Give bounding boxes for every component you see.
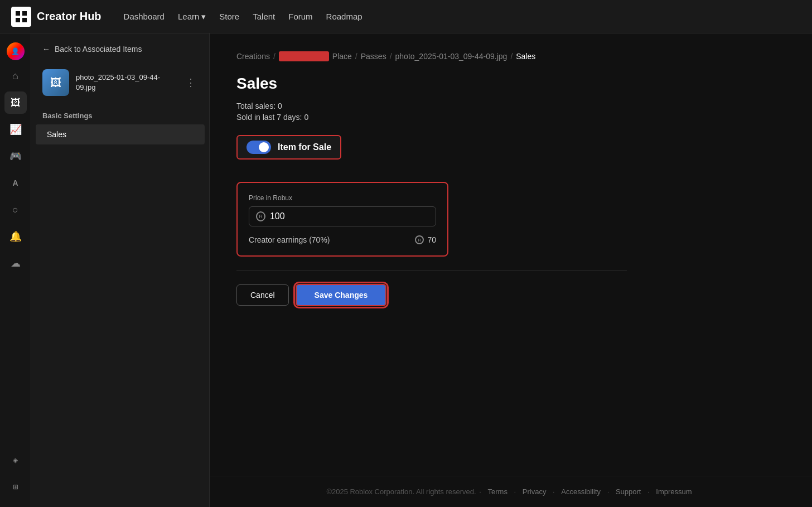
save-button[interactable]: Save Changes <box>296 284 387 306</box>
price-section: Price in Robux R Creator earnings (70%) … <box>236 182 448 257</box>
back-arrow-icon: ← <box>42 45 50 54</box>
price-input-row: R <box>249 206 436 226</box>
footer-dot-1: · <box>479 487 483 496</box>
roblox-logo-icon <box>11 7 31 27</box>
item-name: photo_2025-01-03_09-44-09.jpg <box>76 73 177 93</box>
nav-link-store[interactable]: Store <box>219 12 239 21</box>
toggle-section: Item for Sale <box>236 135 785 171</box>
nav-section-title: Basic Settings <box>31 103 209 124</box>
breadcrumb-creations[interactable]: Creations <box>236 52 270 61</box>
footer-dot-5: · <box>647 487 651 496</box>
nav-item-sales[interactable]: Sales <box>36 124 205 144</box>
footer-link-support[interactable]: Support <box>616 487 641 496</box>
sidebar-icon-home[interactable]: ⌂ <box>4 65 27 87</box>
sidebar-icon-robux[interactable]: ◈ <box>4 449 27 471</box>
price-field-label: Price in Robux <box>249 194 436 202</box>
page-title: Sales <box>236 75 785 93</box>
sidebar-bottom: ◈ ⊞ <box>4 449 27 507</box>
content-area: Creations / Place / Passes / photo_2025-… <box>210 33 812 476</box>
breadcrumb-sep-1: / <box>273 52 276 61</box>
breadcrumb-sep-2: / <box>355 52 357 61</box>
main-content: Creations / Place / Passes / photo_2025-… <box>210 33 812 507</box>
svg-rect-2 <box>22 11 27 16</box>
earnings-label: Creator earnings (70%) <box>249 235 330 244</box>
breadcrumb: Creations / Place / Passes / photo_2025-… <box>236 51 785 61</box>
breadcrumb-sep-3: / <box>390 52 392 61</box>
sidebar-icon-cloud[interactable]: ☁ <box>4 252 27 274</box>
nav-link-talent[interactable]: Talent <box>253 12 275 21</box>
site-title: Creator Hub <box>37 10 102 23</box>
sidebar-icon-monetization[interactable]: 🎮 <box>4 145 27 167</box>
footer-dot-2: · <box>514 487 518 496</box>
footer-link-accessibility[interactable]: Accessibility <box>561 487 601 496</box>
icon-sidebar: 👤 ⌂ 🖼 📈 🎮 A ○ 🔔 ☁ ◈ ⊞ <box>0 33 31 507</box>
sidebar-icon-settings[interactable]: ⊞ <box>4 476 27 498</box>
robux-icon: R <box>256 211 265 221</box>
logo-area[interactable]: Creator Hub <box>11 7 102 27</box>
buttons-row: Cancel Save Changes <box>236 284 785 306</box>
back-button[interactable]: ← Back to Associated Items <box>31 33 209 62</box>
cancel-button[interactable]: Cancel <box>236 284 289 306</box>
sidebar-icon-analytics[interactable]: 📈 <box>4 118 27 141</box>
footer-link-impressum[interactable]: Impressum <box>656 487 692 496</box>
footer-copyright: ©2025 Roblox Corporation. All rights res… <box>326 487 476 496</box>
footer-link-privacy[interactable]: Privacy <box>523 487 547 496</box>
nav-link-roadmap[interactable]: Roadmap <box>326 12 362 21</box>
nav-link-learn[interactable]: Learn ▾ <box>178 12 206 22</box>
breadcrumb-photo[interactable]: photo_2025-01-03_09-44-09.jpg <box>395 52 508 61</box>
item-thumbnail: 🖼 <box>42 69 69 96</box>
earnings-value: R 70 <box>415 235 436 244</box>
svg-rect-1 <box>16 11 20 16</box>
footer: ©2025 Roblox Corporation. All rights res… <box>210 476 812 507</box>
sidebar-icon-translate[interactable]: A <box>4 172 27 194</box>
item-more-button[interactable]: ⋮ <box>183 74 198 91</box>
earnings-number: 70 <box>427 235 436 244</box>
sold-7days-line: Sold in last 7 days: 0 <box>236 113 785 122</box>
breadcrumb-passes[interactable]: Passes <box>361 52 386 61</box>
item-for-sale-toggle[interactable] <box>246 141 271 154</box>
breadcrumb-current: Sales <box>516 52 535 61</box>
divider <box>236 270 627 271</box>
nav-link-forum[interactable]: Forum <box>288 12 312 21</box>
left-panel: ← Back to Associated Items 🖼 photo_2025-… <box>31 33 210 507</box>
sidebar-icon-discover[interactable]: ○ <box>4 199 27 221</box>
svg-rect-0 <box>11 7 31 27</box>
earnings-row: Creator earnings (70%) R 70 <box>249 235 436 244</box>
avatar[interactable]: 👤 <box>7 42 25 60</box>
main-layout: 👤 ⌂ 🖼 📈 🎮 A ○ 🔔 ☁ ◈ ⊞ ← Back to Associat… <box>0 33 812 507</box>
price-input[interactable] <box>270 211 429 221</box>
toggle-label: Item for Sale <box>278 142 331 152</box>
footer-dot-4: · <box>607 487 611 496</box>
stats-area: Total sales: 0 Sold in last 7 days: 0 <box>236 102 785 122</box>
item-thumbnail-icon: 🖼 <box>50 76 61 89</box>
chevron-down-icon: ▾ <box>201 12 206 22</box>
breadcrumb-redacted <box>279 51 329 61</box>
sidebar-icon-creations[interactable]: 🖼 <box>4 91 27 114</box>
footer-link-terms[interactable]: Terms <box>488 487 508 496</box>
top-navigation: Creator Hub Dashboard Learn ▾ Store Tale… <box>0 0 812 33</box>
robux-icon-small: R <box>415 235 424 244</box>
svg-rect-4 <box>22 18 27 22</box>
nav-link-dashboard[interactable]: Dashboard <box>124 12 165 21</box>
breadcrumb-sep-4: / <box>510 52 513 61</box>
nav-links: Dashboard Learn ▾ Store Talent Forum Roa… <box>124 12 362 22</box>
svg-rect-3 <box>16 18 20 22</box>
item-header: 🖼 photo_2025-01-03_09-44-09.jpg ⋮ <box>31 62 209 103</box>
sidebar-icon-notifications[interactable]: 🔔 <box>4 225 27 248</box>
toggle-slider <box>246 141 271 154</box>
breadcrumb-place[interactable]: Place <box>332 52 352 61</box>
footer-dot-3: · <box>553 487 557 496</box>
total-sales-line: Total sales: 0 <box>236 102 785 110</box>
item-for-sale-toggle-row[interactable]: Item for Sale <box>236 135 341 160</box>
